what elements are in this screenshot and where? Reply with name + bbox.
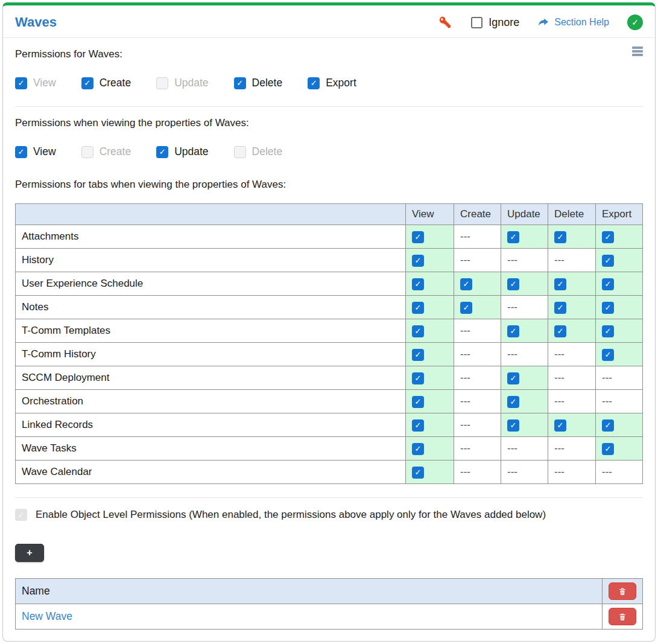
ignore-checkbox-wrap[interactable]: Ignore <box>471 16 519 29</box>
section-help-link[interactable]: Section Help <box>537 16 609 28</box>
tab-name-cell: T-Comm History <box>16 343 406 366</box>
main-permissions-label: Permissions for Waves: <box>15 48 122 61</box>
checkbox[interactable]: ✓ <box>554 278 566 290</box>
column-header-update: Update <box>501 204 548 225</box>
checkbox[interactable]: ✓ <box>412 467 424 479</box>
wave-name-link[interactable]: New Wave <box>22 610 72 622</box>
checkbox-option-delete: Delete <box>234 145 283 158</box>
checkbox[interactable]: ✓ <box>602 231 614 243</box>
properties-permissions-label: Permissions when viewing the properties … <box>15 116 643 130</box>
perm-cell-update: ✓ <box>501 390 548 413</box>
perm-cell-update: --- <box>501 437 548 461</box>
object-level-permissions-row: ✓ Enable Object Level Permissions (When … <box>15 508 643 521</box>
checkbox[interactable]: ✓ <box>507 278 519 290</box>
tab-name-cell: Attachments <box>16 225 406 249</box>
ignore-checkbox[interactable] <box>471 17 482 28</box>
checkbox[interactable]: ✓ <box>460 302 472 314</box>
checkbox[interactable]: ✓ <box>602 278 614 290</box>
checkbox[interactable]: ✓ <box>156 146 168 158</box>
checkbox[interactable]: ✓ <box>234 77 246 89</box>
add-wave-button[interactable]: + <box>15 544 44 562</box>
checkbox[interactable]: ✓ <box>602 325 614 337</box>
checkbox-option-export[interactable]: ✓Export <box>308 77 356 89</box>
perm-cell-export: ✓ <box>596 225 643 249</box>
perm-cell-create: --- <box>454 343 501 366</box>
perm-cell-update: --- <box>501 249 548 272</box>
checkbox[interactable]: ✓ <box>412 325 424 337</box>
checkbox[interactable]: ✓ <box>412 396 424 408</box>
column-header-export: Export <box>596 204 643 225</box>
properties-permissions-options: ✓ViewCreate✓UpdateDelete <box>15 145 643 158</box>
checkbox: ✓ <box>15 77 27 89</box>
perm-cell-delete: ✓ <box>548 319 596 343</box>
checkbox[interactable]: ✓ <box>554 231 566 243</box>
tab-name-cell: Wave Calendar <box>16 461 406 484</box>
checkbox[interactable]: ✓ <box>412 302 424 314</box>
object-level-permissions-checkbox: ✓ <box>15 509 27 521</box>
permissions-key-icon[interactable] <box>438 15 453 30</box>
checkbox-option-update[interactable]: ✓Update <box>156 145 208 158</box>
tab-name-cell: Linked Records <box>16 413 406 437</box>
menu-icon[interactable] <box>632 45 643 57</box>
checkbox-option-view: ✓View <box>15 77 56 89</box>
checkbox[interactable]: ✓ <box>412 419 424 432</box>
checkbox-label: Delete <box>252 77 283 89</box>
checkbox[interactable]: ✓ <box>554 325 566 337</box>
checkbox-option-view[interactable]: ✓View <box>15 145 56 158</box>
checkbox[interactable]: ✓ <box>507 419 519 432</box>
perm-cell-create: --- <box>454 437 501 461</box>
tabs-table-row: Wave Calendar✓------------ <box>16 461 643 484</box>
perm-cell-create: --- <box>454 390 501 413</box>
checkbox[interactable]: ✓ <box>412 278 424 290</box>
perm-cell-create: --- <box>454 413 501 437</box>
checkbox[interactable]: ✓ <box>81 77 93 89</box>
checkbox[interactable]: ✓ <box>460 278 472 290</box>
page-title: Waves <box>15 14 57 30</box>
checkbox[interactable]: ✓ <box>507 325 519 337</box>
section-content: Permissions for Waves: ✓View✓CreateUpdat… <box>3 48 655 639</box>
header-controls: Ignore Section Help ✓ <box>438 14 643 30</box>
delete-all-button[interactable] <box>609 582 636 600</box>
checkbox[interactable]: ✓ <box>554 302 566 314</box>
checkbox[interactable]: ✓ <box>412 443 424 455</box>
checkbox-option-delete[interactable]: ✓Delete <box>234 77 283 89</box>
checkbox <box>234 146 246 158</box>
perm-cell-update: ✓ <box>501 319 548 343</box>
perm-cell-create: --- <box>454 319 501 343</box>
checkbox[interactable]: ✓ <box>412 372 424 384</box>
checkbox[interactable]: ✓ <box>507 396 519 408</box>
perm-cell-update: ✓ <box>501 413 548 437</box>
checkbox[interactable]: ✓ <box>602 255 614 267</box>
tab-name-cell: T-Comm Templates <box>16 319 406 343</box>
tabs-table-row: Wave Tasks✓---------✓ <box>16 437 643 461</box>
checkbox[interactable]: ✓ <box>554 419 566 432</box>
perm-cell-export: --- <box>596 366 643 390</box>
perm-cell-view: ✓ <box>406 366 454 390</box>
perm-cell-view: ✓ <box>406 296 454 319</box>
checkbox[interactable]: ✓ <box>602 419 614 432</box>
checkbox[interactable]: ✓ <box>602 302 614 314</box>
checkbox[interactable]: ✓ <box>15 146 27 158</box>
checkbox-option-create[interactable]: ✓Create <box>81 77 131 89</box>
tab-name-cell: SCCM Deployment <box>16 366 406 390</box>
checkbox[interactable]: ✓ <box>412 231 424 243</box>
perm-cell-create: ✓ <box>454 272 501 296</box>
checkbox[interactable]: ✓ <box>602 443 614 455</box>
checkbox[interactable]: ✓ <box>507 231 519 243</box>
tabs-table-row: Attachments✓---✓✓✓ <box>16 225 643 249</box>
tabs-permissions-table: View Create Update Delete Export Attachm… <box>15 203 643 484</box>
checkbox[interactable]: ✓ <box>412 255 424 267</box>
checkbox-label: Export <box>326 77 356 89</box>
section-complete-icon[interactable]: ✓ <box>627 14 643 30</box>
checkbox[interactable]: ✓ <box>602 349 614 361</box>
perm-cell-delete: --- <box>548 461 596 484</box>
checkbox[interactable]: ✓ <box>308 77 320 89</box>
perm-cell-create: --- <box>454 366 501 390</box>
delete-row-button[interactable] <box>609 608 636 625</box>
perm-cell-view: ✓ <box>406 272 454 296</box>
checkbox[interactable]: ✓ <box>412 349 424 361</box>
object-level-permissions-label: Enable Object Level Permissions (When en… <box>36 508 546 521</box>
object-table-row: New Wave <box>16 604 643 630</box>
checkbox[interactable]: ✓ <box>507 372 519 384</box>
perm-cell-export: ✓ <box>596 343 643 366</box>
